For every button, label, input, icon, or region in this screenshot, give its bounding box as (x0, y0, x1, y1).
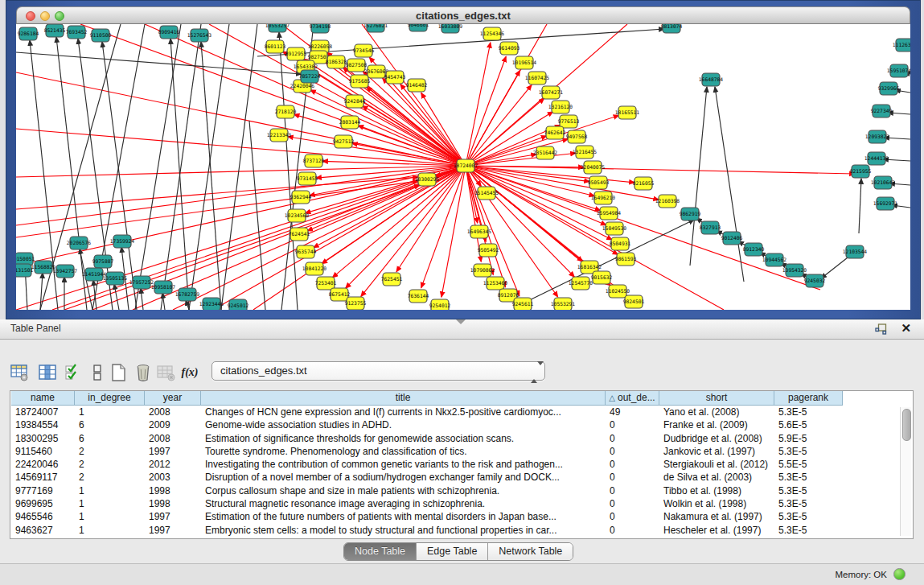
new-table-icon[interactable] (106, 360, 130, 385)
table-cell[interactable]: 49 (606, 406, 659, 418)
graph-node[interactable]: 9975887 (92, 255, 114, 268)
table-cell[interactable]: 6 (75, 418, 145, 431)
graph-node[interactable]: 9861593 (615, 253, 637, 266)
table-cell[interactable]: 18300295 (11, 432, 75, 445)
table-cell[interactable]: 0 (606, 432, 659, 445)
table-cell[interactable]: Stergiakouli et al. (2012) (659, 458, 774, 471)
graph-node[interactable]: 9175685 (349, 75, 371, 88)
graph-node[interactable]: 7857224 (299, 70, 321, 83)
graph-node[interactable]: 18300295 (415, 173, 440, 186)
table-cell[interactable]: 5.3E-5 (774, 510, 843, 523)
graph-node[interactable]: 8504931 (610, 237, 631, 250)
table-cell[interactable]: 2 (75, 445, 145, 458)
table-cell[interactable]: 1 (75, 484, 145, 497)
graph-node[interactable]: 17359924 (110, 235, 135, 248)
table-cell[interactable]: 0 (606, 524, 659, 537)
table-cell[interactable]: 0 (606, 445, 659, 458)
table-settings-icon[interactable] (7, 360, 31, 385)
table-cell[interactable]: 1 (75, 510, 145, 523)
graph-node[interactable]: 12923446 (199, 298, 224, 310)
citation-graph[interactable]: 1872400786011238912955182260589827503818… (16, 24, 910, 310)
table-cell[interactable]: 5.3E-5 (774, 471, 843, 484)
graph-node[interactable]: 7636144 (408, 290, 429, 303)
graph-node[interactable]: 10944562 (762, 253, 787, 266)
graph-node[interactable]: 9731455 (297, 172, 318, 185)
graph-node[interactable]: 8601123 (265, 40, 286, 53)
graph-node[interactable]: 8215955 (850, 165, 872, 178)
graph-node[interactable]: 9015632 (591, 271, 613, 284)
table-cell[interactable]: Structural magnetic resonance image aver… (201, 497, 606, 510)
graph-node[interactable]: 16074271 (539, 86, 564, 99)
table-cell[interactable]: 2009 (145, 418, 201, 431)
graph-node[interactable]: 17957252 (129, 276, 154, 289)
graph-node[interactable]: 16033809 (438, 24, 463, 33)
graph-node[interactable]: 8454743 (384, 71, 406, 84)
table-cell[interactable]: 5.3E-5 (774, 497, 843, 510)
table-cell[interactable]: 22420046 (11, 458, 75, 471)
graph-node[interactable]: 10841220 (302, 262, 327, 275)
column-header-in_degree[interactable]: in_degree (75, 391, 145, 406)
graph-node[interactable]: 9046601 (408, 24, 429, 31)
graph-node[interactable]: 12213343 (267, 129, 292, 142)
table-row[interactable]: 1872400712008Changes of HCN gene express… (11, 406, 843, 418)
table-row[interactable]: 1830029562008Estimation of significance … (11, 432, 843, 445)
graph-node[interactable]: 20206576 (67, 237, 92, 249)
graph-node[interactable]: 11607425 (525, 72, 550, 84)
table-row[interactable]: 2242004622012Investigating the contribut… (11, 458, 843, 471)
table-cell[interactable]: Embryonic stem cells: a model to study s… (201, 524, 606, 537)
graph-node[interactable]: 15145455 (474, 187, 499, 200)
graph-node[interactable]: 8216055 (633, 177, 655, 190)
table-cell[interactable]: 0 (606, 458, 659, 471)
graph-node[interactable]: 11254346 (480, 27, 505, 40)
graph-node[interactable]: 9734198 (310, 24, 331, 33)
table-row[interactable]: 946362711997Embryonic stem cells: a mode… (11, 524, 843, 537)
table-cell[interactable]: 2 (75, 471, 145, 484)
graph-node[interactable]: 16648784 (699, 73, 724, 86)
table-cell[interactable]: 1 (75, 524, 145, 537)
table-cell[interactable]: Jankovic et al. (1997) (659, 445, 774, 458)
graph-node[interactable]: 12093822 (865, 130, 890, 143)
graph-node[interactable]: 9497568 (566, 130, 588, 143)
table-selector-dropdown[interactable]: citations_edges.txt (211, 361, 545, 381)
close-panel-icon[interactable]: ✕ (901, 321, 911, 336)
graph-node[interactable]: 9862919 (680, 208, 701, 220)
table-cell[interactable]: Corpus callosum shape and size in male p… (201, 484, 606, 497)
table-cell[interactable]: 19384554 (11, 418, 75, 431)
table-cell[interactable]: Franke et al. (2009) (659, 418, 774, 431)
graph-node[interactable]: 8909416 (158, 26, 180, 39)
table-cell[interactable]: 2 (75, 458, 145, 471)
table-cell[interactable]: 9465546 (11, 510, 75, 523)
table-cell[interactable]: Disruption of a novel member of a sodium… (201, 471, 606, 484)
column-header-name[interactable]: name (11, 391, 75, 406)
table-cell[interactable]: Hescheler et al. (1997) (659, 524, 774, 537)
scrollbar-thumb[interactable] (902, 409, 911, 441)
table-cell[interactable]: Tibbo et al. (1998) (659, 484, 774, 497)
table-cell[interactable]: 2003 (145, 471, 201, 484)
table-cell[interactable]: de Silva et al. (2003) (659, 471, 774, 484)
graph-node[interactable]: 7624541 (289, 228, 310, 241)
memory-status-icon[interactable] (893, 568, 906, 580)
table-cell[interactable]: 0 (606, 510, 659, 523)
table-cell[interactable]: 2012 (145, 458, 201, 471)
graph-node[interactable]: 10553291 (551, 298, 576, 310)
table-row[interactable]: 1938455462009Genome-wide association stu… (11, 418, 843, 431)
graph-node[interactable]: 18165511 (615, 106, 640, 119)
graph-node[interactable]: 22040075 (581, 161, 606, 174)
graph-node[interactable]: 9286184 (18, 27, 39, 40)
table-cell[interactable]: Investigating the contribution of common… (201, 458, 606, 471)
table-cell[interactable]: 5.3E-5 (774, 445, 843, 458)
column-header-title[interactable]: title (201, 391, 606, 406)
graph-node[interactable]: 16496210 (591, 192, 616, 204)
column-header-short[interactable]: short (659, 391, 774, 406)
graph-node[interactable]: 12545770 (569, 277, 593, 290)
table-cell[interactable]: 5.5E-5 (774, 458, 843, 471)
column-header-year[interactable]: year (145, 391, 201, 406)
table-cell[interactable]: 5.3E-5 (774, 484, 843, 497)
graph-node[interactable]: 15951074 (887, 64, 910, 77)
table-row[interactable]: 946554611997Estimation of the future num… (11, 510, 843, 523)
graph-node[interactable]: 15692971 (873, 197, 898, 210)
graph-node[interactable]: 9614093 (499, 42, 520, 55)
graph-node[interactable]: 9362944 (290, 191, 312, 204)
table-cell[interactable]: 0 (606, 484, 659, 497)
graph-node[interactable]: 12160398 (655, 195, 680, 208)
